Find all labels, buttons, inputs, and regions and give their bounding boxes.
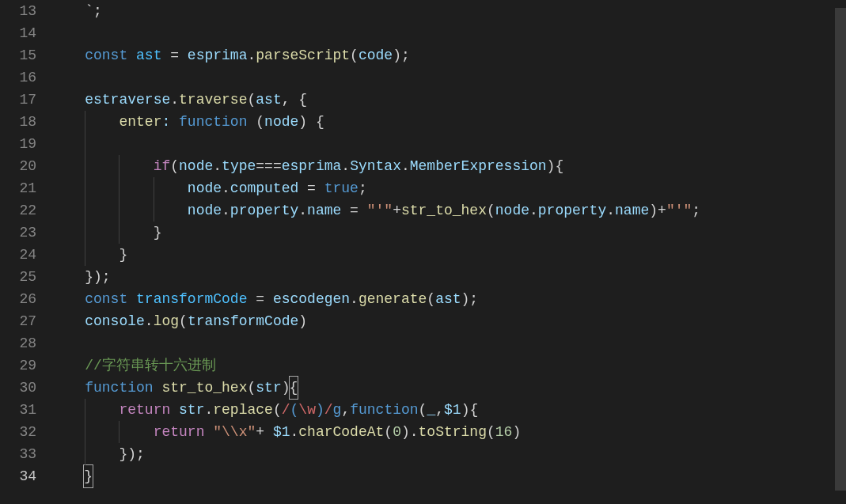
scrollbar-vertical[interactable]	[835, 0, 846, 504]
line-number: 18	[0, 111, 51, 133]
code-line[interactable]: node.computed = true;	[51, 177, 846, 199]
line-number: 24	[0, 244, 51, 266]
code-line[interactable]: return str.replace(/(\w)/g,function(_,$1…	[51, 399, 846, 421]
code-line[interactable]: });	[51, 266, 846, 288]
code-line[interactable]: //字符串转十六进制	[51, 354, 846, 377]
line-number: 27	[0, 310, 51, 332]
code-line[interactable]: });	[51, 443, 846, 465]
line-number: 25	[0, 266, 51, 288]
line-number: 13	[0, 0, 51, 22]
code-line[interactable]: if(node.type===esprima.Syntax.MemberExpr…	[51, 155, 846, 177]
code-line[interactable]	[51, 66, 846, 89]
line-number: 16	[0, 66, 51, 89]
line-number: 23	[0, 222, 51, 244]
code-line[interactable]	[51, 332, 846, 354]
code-line[interactable]: console.log(transformCode)	[51, 310, 846, 332]
line-number: 33	[0, 443, 51, 465]
line-number: 26	[0, 288, 51, 310]
code-line[interactable]: const transformCode = escodegen.generate…	[51, 288, 846, 310]
line-number: 19	[0, 133, 51, 155]
line-number: 14	[0, 22, 51, 44]
line-number-gutter: 1314151617181920212223242526272829303132…	[0, 0, 51, 504]
code-line[interactable]: `;	[51, 0, 846, 22]
code-line[interactable]: }	[51, 465, 846, 487]
code-line[interactable]	[51, 22, 846, 44]
code-line[interactable]: }	[51, 222, 846, 244]
line-number: 17	[0, 89, 51, 111]
line-number: 28	[0, 332, 51, 354]
line-number: 20	[0, 155, 51, 177]
line-number: 32	[0, 421, 51, 443]
code-line[interactable]	[51, 133, 846, 155]
code-line[interactable]: estraverse.traverse(ast, {	[51, 89, 846, 111]
code-line[interactable]: enter: function (node) {	[51, 111, 846, 133]
line-number: 34	[0, 465, 51, 487]
line-number: 29	[0, 354, 51, 377]
code-editor[interactable]: 1314151617181920212223242526272829303132…	[0, 0, 846, 504]
bracket-match: {	[290, 377, 298, 399]
code-line[interactable]: function str_to_hex(str){	[51, 377, 846, 399]
line-number: 30	[0, 377, 51, 399]
code-line[interactable]: node.property.name = "'"+str_to_hex(node…	[51, 199, 846, 222]
line-number: 21	[0, 177, 51, 199]
code-line[interactable]: const ast = esprima.parseScript(code);	[51, 44, 846, 66]
line-number: 15	[0, 44, 51, 66]
bracket-match: }	[84, 465, 93, 487]
code-line[interactable]: }	[51, 244, 846, 266]
scrollbar-thumb[interactable]	[835, 8, 846, 491]
code-area[interactable]: `; const ast = esprima.parseScript(code)…	[51, 0, 846, 504]
line-number: 31	[0, 399, 51, 421]
code-line[interactable]: return "\\x"+ $1.charCodeAt(0).toString(…	[51, 421, 846, 443]
line-number: 22	[0, 199, 51, 222]
